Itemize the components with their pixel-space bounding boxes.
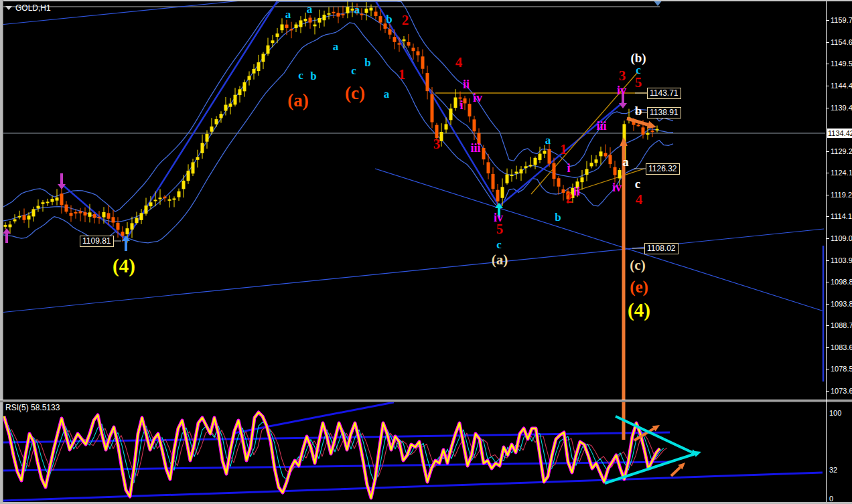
elliott-wave-label[interactable]: (c) bbox=[345, 83, 365, 104]
candle-body bbox=[210, 127, 214, 132]
elliott-wave-label[interactable]: (e) bbox=[630, 278, 648, 297]
elliott-wave-label[interactable]: iv bbox=[494, 211, 503, 225]
candle-body bbox=[651, 131, 654, 132]
candle-body bbox=[238, 89, 242, 95]
elliott-wave-label[interactable]: a bbox=[384, 88, 390, 101]
elliott-wave-label[interactable]: iv bbox=[473, 91, 482, 105]
axis-tick bbox=[826, 195, 829, 195]
arrow-shaft[interactable] bbox=[616, 416, 692, 452]
elliott-wave-label[interactable]: (4) bbox=[628, 299, 650, 321]
candle-body bbox=[145, 205, 148, 214]
candle-body bbox=[304, 19, 307, 21]
elliott-wave-label[interactable]: c bbox=[496, 238, 502, 252]
price-axis-label: 1103.92 bbox=[831, 256, 852, 264]
elliott-wave-label[interactable]: b bbox=[364, 56, 370, 70]
bollinger-upper-band bbox=[3, 1, 673, 212]
price-level-tag[interactable]: 1109.81 bbox=[80, 236, 114, 247]
candle-body bbox=[553, 163, 556, 179]
candle-body bbox=[201, 143, 204, 153]
candle-body bbox=[562, 189, 565, 193]
axis-tick bbox=[826, 173, 829, 173]
axis-tick bbox=[826, 282, 829, 282]
candle-body bbox=[421, 56, 425, 68]
elliott-wave-label[interactable]: 1 bbox=[399, 66, 406, 83]
elliott-wave-label[interactable]: b bbox=[386, 13, 392, 26]
candle-body bbox=[60, 193, 64, 205]
candle-body bbox=[107, 213, 111, 218]
elliott-wave-label[interactable]: c bbox=[351, 64, 356, 78]
up-arrow-marker[interactable] bbox=[3, 228, 11, 234]
price-level-tag[interactable]: 1108.02 bbox=[644, 243, 679, 254]
arrow-head[interactable] bbox=[620, 137, 628, 146]
candle-body bbox=[182, 181, 186, 189]
elliott-wave-label[interactable]: 4 bbox=[455, 54, 463, 71]
elliott-wave-label[interactable]: a bbox=[285, 8, 291, 21]
elliott-wave-label[interactable]: b bbox=[635, 104, 642, 118]
price-axis-label: 1078.57 bbox=[831, 365, 852, 373]
elliott-wave-label[interactable]: 3 bbox=[619, 68, 626, 84]
elliott-wave-label[interactable]: 5 bbox=[635, 74, 642, 91]
elliott-wave-label[interactable]: (a) bbox=[287, 90, 308, 111]
arrow-head[interactable] bbox=[647, 121, 656, 129]
elliott-wave-label[interactable]: (b) bbox=[630, 51, 646, 66]
candle-body bbox=[656, 129, 659, 131]
elliott-wave-label[interactable]: iv bbox=[617, 84, 626, 98]
panel-splitter[interactable] bbox=[0, 400, 852, 402]
elliott-wave-label[interactable]: iv bbox=[612, 181, 622, 195]
candle-body bbox=[529, 165, 532, 166]
candle-body bbox=[482, 148, 486, 159]
elliott-wave-label[interactable]: (a) bbox=[492, 252, 508, 268]
window-left-border bbox=[0, 0, 3, 504]
candle-body bbox=[417, 52, 420, 56]
elliott-wave-label[interactable]: 2 bbox=[402, 12, 409, 29]
candle-body bbox=[257, 62, 261, 71]
elliott-wave-label[interactable]: iii bbox=[596, 119, 606, 133]
arrow-head[interactable] bbox=[694, 451, 701, 457]
trendline[interactable] bbox=[126, 0, 278, 240]
arrow-shaft[interactable] bbox=[627, 118, 648, 124]
elliott-wave-label[interactable]: a bbox=[545, 134, 551, 147]
candle-body bbox=[135, 218, 139, 223]
chevron-down-icon[interactable] bbox=[5, 6, 12, 10]
elliott-wave-label[interactable]: (c) bbox=[630, 257, 645, 274]
candle-body bbox=[604, 153, 608, 157]
elliott-wave-label[interactable]: ii bbox=[463, 78, 470, 92]
rsi-scale-max: 100 bbox=[829, 409, 841, 417]
elliott-wave-label[interactable]: 1 bbox=[560, 141, 567, 158]
elliott-wave-label[interactable]: b bbox=[555, 211, 561, 224]
price-axis-border bbox=[826, 1, 827, 502]
elliott-wave-label[interactable]: b bbox=[310, 70, 316, 83]
candle-body bbox=[276, 33, 279, 37]
elliott-wave-label[interactable]: a bbox=[307, 3, 313, 16]
elliott-wave-label[interactable]: c bbox=[635, 177, 640, 191]
arrow-shaft[interactable] bbox=[671, 467, 680, 476]
axis-tick bbox=[826, 108, 829, 108]
elliott-wave-label[interactable]: 2 bbox=[566, 190, 573, 207]
candle-body bbox=[412, 48, 415, 51]
elliott-wave-label[interactable]: ii bbox=[573, 185, 580, 199]
candle-body bbox=[79, 212, 82, 214]
symbol-timeframe-label[interactable]: GOLD,H1 bbox=[5, 3, 51, 13]
price-level-tag[interactable]: 1138.91 bbox=[647, 107, 681, 118]
elliott-wave-label[interactable]: 4 bbox=[636, 191, 643, 208]
price-level-tag[interactable]: 1143.71 bbox=[647, 88, 681, 99]
candle-body bbox=[117, 223, 120, 230]
elliott-wave-label[interactable]: i bbox=[459, 98, 463, 112]
price-axis-label: 1093.87 bbox=[831, 300, 852, 308]
elliott-wave-label[interactable]: i bbox=[567, 161, 570, 175]
price-level-tag[interactable]: 1126.32 bbox=[646, 163, 680, 175]
elliott-wave-label[interactable]: 3 bbox=[433, 136, 441, 153]
candle-body bbox=[360, 14, 364, 15]
elliott-wave-label[interactable]: a bbox=[354, 3, 360, 17]
candle-body bbox=[468, 104, 472, 116]
candle-body bbox=[590, 163, 593, 166]
candle-body bbox=[426, 73, 429, 91]
elliott-wave-label[interactable]: a bbox=[333, 40, 339, 54]
elliott-wave-label[interactable]: c bbox=[298, 69, 303, 82]
candle-body bbox=[309, 17, 312, 22]
elliott-wave-label[interactable]: a bbox=[622, 155, 629, 169]
elliott-wave-label[interactable]: iii bbox=[470, 141, 480, 155]
trendline[interactable] bbox=[375, 169, 824, 311]
axis-tick bbox=[826, 260, 829, 261]
elliott-wave-label[interactable]: (4) bbox=[113, 255, 135, 277]
